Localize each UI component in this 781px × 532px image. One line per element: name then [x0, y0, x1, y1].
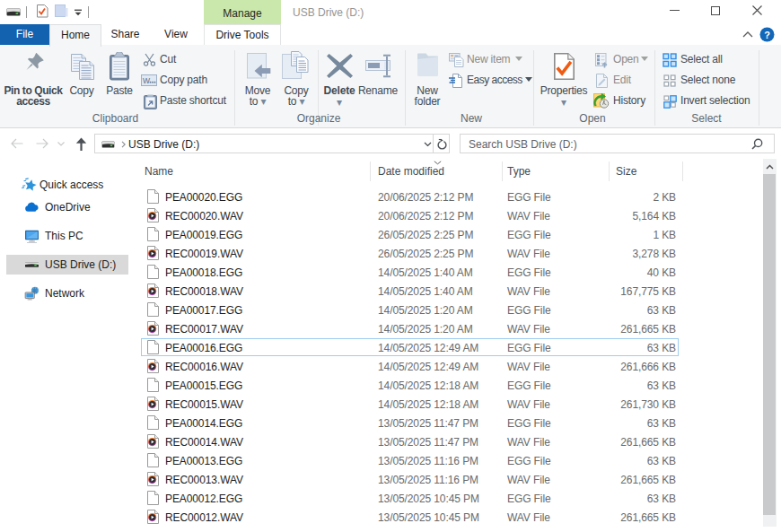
svg-text:W: W: [143, 76, 150, 85]
svg-text:?: ?: [764, 30, 770, 40]
